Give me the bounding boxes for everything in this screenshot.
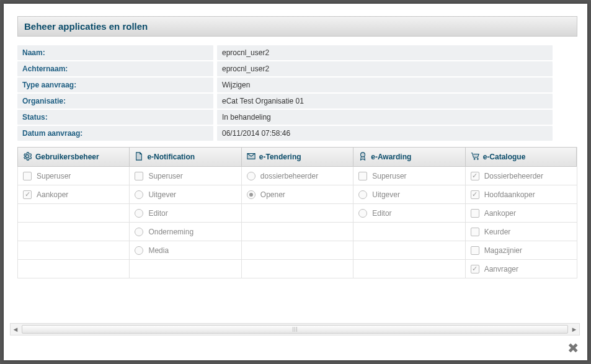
role-cell (353, 260, 464, 278)
info-row: Achternaam:eprocnl_user2 (17, 61, 553, 76)
scroll-right-arrow-icon[interactable]: ► (569, 324, 579, 334)
roles-table: GebruikersbeheerSuperuserAankoper e-Noti… (17, 147, 577, 278)
role-cell: Uitgever (129, 185, 241, 204)
role-cell (129, 260, 241, 278)
content-area: Beheer applicaties en rollen Naam:eprocn… (4, 4, 587, 291)
info-value: eprocnl_user2 (217, 45, 553, 60)
role-cell: Superuser (129, 167, 241, 185)
mail-icon (247, 152, 256, 162)
roles-column: e-NotificationSuperuserUitgeverEditorOnd… (129, 147, 241, 278)
role-label: Editor (148, 209, 167, 218)
column-header: e-Awarding (353, 147, 464, 167)
info-value: eCat Test Organisatie 01 (217, 94, 553, 109)
close-button[interactable]: ✖ (567, 342, 579, 355)
role-label: Hoofdaankoper (484, 190, 535, 199)
role-cell: Dossierbeheerder (465, 167, 577, 185)
radio[interactable] (247, 190, 256, 199)
gear-icon (23, 152, 32, 162)
info-value: eprocnl_user2 (217, 61, 553, 76)
role-cell: Uitgever (353, 185, 464, 204)
radio[interactable] (135, 246, 143, 255)
doc-icon (135, 152, 143, 162)
role-cell: Keurder (465, 223, 577, 241)
checkbox[interactable] (471, 190, 479, 199)
role-cell (353, 223, 464, 241)
roles-column: e-AwardingSuperuserUitgeverEditor (353, 147, 464, 278)
scroll-track[interactable] (20, 324, 569, 335)
info-row: Type aanvraag:Wijzigen (17, 78, 553, 92)
column-header-label: e-Tendering (259, 153, 301, 161)
info-table: Naam:eprocnl_user2Achternaam:eprocnl_use… (17, 45, 553, 141)
role-label: Uitgever (148, 190, 176, 199)
checkbox[interactable] (358, 172, 367, 180)
role-label: Aankoper (37, 190, 68, 199)
info-value: 06/11/2014 07:58:46 (217, 126, 553, 141)
radio[interactable] (135, 209, 143, 218)
ribbon-icon (358, 152, 367, 162)
modal-body: Beheer applicaties en rollen Naam:eprocn… (4, 4, 587, 360)
checkbox[interactable] (471, 246, 479, 255)
info-value: Wijzigen (217, 78, 553, 92)
role-cell (241, 223, 353, 241)
info-row: Organisatie:eCat Test Organisatie 01 (17, 94, 553, 109)
radio[interactable] (358, 209, 367, 218)
role-cell: Aanvrager (465, 260, 577, 278)
column-header: e-Notification (129, 147, 241, 167)
dialog-title: Beheer applicaties en rollen (24, 21, 571, 32)
role-cell (241, 204, 353, 223)
role-cell (17, 204, 129, 223)
radio[interactable] (135, 228, 143, 236)
info-label: Naam: (17, 45, 213, 60)
checkbox[interactable] (471, 265, 479, 273)
scroll-thumb[interactable] (22, 325, 568, 334)
checkbox[interactable] (471, 172, 479, 180)
roles-column: e-CatalogueDossierbeheerderHoofdaankoper… (465, 147, 577, 278)
column-header-label: e-Catalogue (483, 153, 526, 161)
column-header: Gebruikersbeheer (17, 147, 129, 167)
column-header-label: e-Notification (147, 153, 195, 161)
column-header-label: Gebruikersbeheer (35, 153, 99, 161)
roles-column: GebruikersbeheerSuperuserAankoper (17, 147, 129, 278)
role-label: Superuser (37, 172, 71, 180)
checkbox[interactable] (135, 172, 143, 180)
role-cell: Aankoper (17, 185, 129, 204)
role-cell: Opener (241, 185, 353, 204)
role-cell: Aankoper (465, 204, 577, 223)
role-cell: Superuser (17, 167, 129, 185)
column-header: e-Tendering (241, 147, 353, 167)
role-label: Dossierbeheerder (484, 172, 543, 180)
role-label: Media (148, 246, 169, 255)
role-cell: Superuser (353, 167, 464, 185)
checkbox[interactable] (471, 228, 479, 236)
role-cell: Onderneming (129, 223, 241, 241)
role-label: Superuser (372, 172, 406, 180)
role-cell: Editor (129, 204, 241, 223)
role-label: Uitgever (372, 190, 400, 199)
role-label: Aankoper (484, 209, 516, 218)
scroll-left-arrow-icon[interactable]: ◄ (11, 324, 20, 334)
cart-icon (471, 152, 479, 162)
modal-dialog: Beheer applicaties en rollen Naam:eprocn… (0, 0, 591, 364)
role-label: Superuser (148, 172, 182, 180)
radio[interactable] (135, 190, 143, 199)
role-cell (241, 260, 353, 278)
role-label: Editor (372, 209, 391, 218)
role-cell: dossierbeheerder (241, 167, 353, 185)
role-cell (353, 241, 464, 260)
role-label: Magazijnier (484, 246, 522, 255)
role-label: dossierbeheerder (260, 172, 318, 180)
info-row: Naam:eprocnl_user2 (17, 45, 553, 60)
role-cell: Magazijnier (465, 241, 577, 260)
radio[interactable] (358, 190, 367, 199)
horizontal-scrollbar[interactable]: ◄ ► (10, 323, 580, 335)
role-cell (17, 241, 129, 260)
roles-column: e-TenderingdossierbeheerderOpener (241, 147, 353, 278)
info-value: In behandeling (217, 110, 553, 125)
checkbox[interactable] (23, 190, 32, 199)
checkbox[interactable] (23, 172, 32, 180)
info-label: Status: (17, 110, 213, 125)
info-label: Organisatie: (17, 94, 213, 109)
radio[interactable] (247, 172, 256, 180)
role-label: Aanvrager (484, 265, 518, 273)
checkbox[interactable] (471, 209, 479, 218)
